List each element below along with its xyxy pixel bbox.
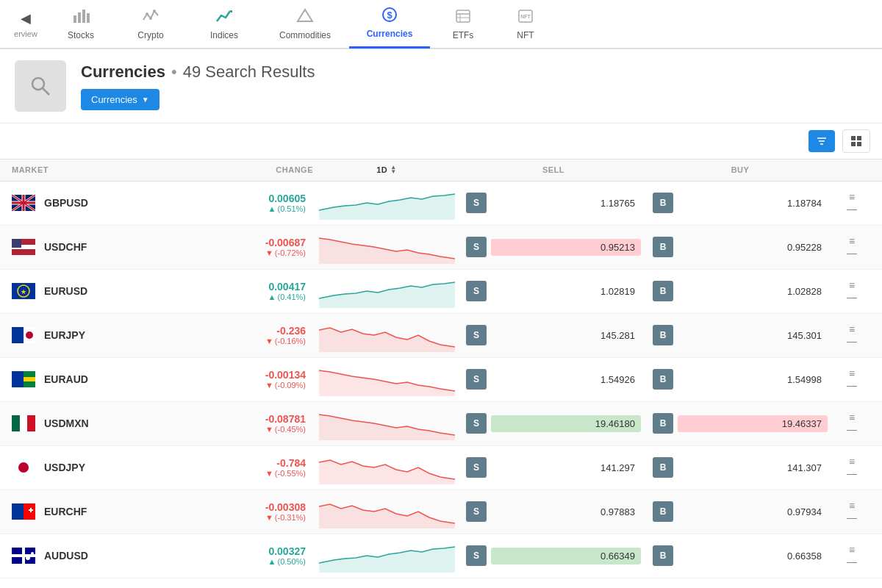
nav-item-stocks[interactable]: Stocks — [48, 0, 114, 49]
buy-price-usdchf: 0.95228 — [678, 239, 828, 256]
nav-back[interactable]: ◀ erview — [4, 0, 48, 49]
change-pct-eurjpy: ▼(-0.16%) — [265, 337, 306, 345]
market-cell: USDCHF — [12, 238, 173, 256]
market-name-usdjpy: USDJPY — [44, 462, 85, 473]
nav-item-indices[interactable]: Indices — [187, 0, 261, 49]
sell-btn-euraud[interactable]: S — [466, 369, 487, 390]
sell-btn-gbpusd[interactable]: S — [466, 193, 487, 213]
col-1d[interactable]: 1D ▲▼ — [313, 165, 460, 175]
table-row: ★ EURUSD 0.00417 ▲(0.41%) S 1.02819 B 1.… — [0, 270, 882, 314]
table-row: USDCHF -0.00687 ▼(-0.72%) S 0.95213 B 0.… — [0, 226, 882, 270]
sell-cell-eurjpy: S 145.281 — [460, 325, 647, 345]
nft-icon: NFT — [517, 8, 534, 28]
chart-cell-usdchf — [313, 231, 460, 264]
change-pct-usdmxn: ▼(-0.45%) — [265, 425, 306, 434]
row-menu-btn-usdmxn[interactable]: ≡— — [847, 412, 857, 435]
search-box[interactable] — [15, 60, 66, 112]
change-cell-usdjpy: -0.784 ▼(-0.55%) — [173, 457, 313, 478]
sell-price-audusd: 0.66349 — [491, 548, 641, 564]
sell-btn-eurchf[interactable]: S — [466, 501, 487, 522]
sell-btn-usdchf[interactable]: S — [466, 237, 487, 257]
svg-point-49 — [26, 331, 33, 339]
buy-btn-euraud[interactable]: B — [653, 369, 673, 390]
buy-cell-usdmxn: B 19.46337 — [647, 413, 833, 434]
buy-btn-eurusd[interactable]: B — [653, 281, 673, 301]
market-name-eurjpy: EURJPY — [44, 329, 85, 341]
svg-rect-41 — [12, 239, 21, 248]
nav-item-currencies[interactable]: $ Currencies — [349, 0, 430, 49]
table-row: EURAUD -0.00134 ▼(-0.09%) S 1.54926 B 1.… — [0, 358, 882, 402]
stocks-icon — [72, 8, 90, 28]
table-row: EURCHF -0.00308 ▼(-0.31%) S 0.97883 B 0.… — [0, 490, 882, 534]
row-menu-btn-audusd[interactable]: ≡— — [847, 544, 857, 567]
sell-cell-gbpusd: S 1.18765 — [460, 193, 647, 213]
change-value-usdmxn: -0.08781 — [265, 413, 306, 425]
change-cell-usdchf: -0.00687 ▼(-0.72%) — [173, 237, 313, 257]
market-cell: EURJPY — [12, 326, 173, 344]
chart-cell-eurjpy — [313, 319, 460, 352]
sell-btn-usdmxn[interactable]: S — [466, 413, 487, 434]
svg-point-4 — [146, 12, 148, 15]
row-menu-btn-usdchf[interactable]: ≡— — [847, 235, 857, 259]
grid-icon — [850, 135, 862, 147]
sell-btn-eurjpy[interactable]: S — [466, 325, 487, 345]
chart-cell-eurusd — [313, 275, 460, 308]
svg-rect-2 — [82, 10, 85, 23]
row-menu-btn-gbpusd[interactable]: ≡— — [847, 191, 857, 215]
change-pct-usdchf: ▼(-0.72%) — [265, 248, 306, 257]
buy-cell-usdjpy: B 141.307 — [647, 457, 833, 478]
svg-rect-55 — [12, 415, 20, 431]
market-name-eurusd: EURUSD — [44, 285, 87, 297]
change-pct-gbpusd: ▲(0.51%) — [268, 204, 306, 213]
buy-btn-eurchf[interactable]: B — [653, 501, 673, 522]
sell-btn-eurusd[interactable]: S — [466, 281, 487, 301]
row-menu-btn-euraud[interactable]: ≡— — [847, 368, 857, 391]
grid-view-btn[interactable] — [842, 129, 870, 153]
filter-dropdown-btn[interactable]: Currencies ▼ — [81, 89, 159, 110]
filter-icon-btn[interactable] — [808, 130, 835, 152]
buy-price-audusd: 0.66358 — [678, 548, 828, 564]
row-menu-btn-eurusd[interactable]: ≡— — [847, 279, 857, 303]
nav-item-commodities[interactable]: Commodities — [261, 0, 349, 49]
sell-cell-eurusd: S 1.02819 — [460, 281, 647, 301]
change-cell-eurusd: 0.00417 ▲(0.41%) — [173, 281, 313, 301]
change-value-usdjpy: -0.784 — [276, 457, 306, 469]
menu-cell-eurjpy: ≡— — [833, 323, 870, 347]
svg-rect-22 — [857, 136, 861, 140]
buy-btn-gbpusd[interactable]: B — [653, 193, 673, 213]
row-menu-btn-eurchf[interactable]: ≡— — [847, 500, 857, 523]
market-cell: USDMXN — [12, 415, 173, 432]
sell-btn-usdjpy[interactable]: S — [466, 457, 487, 478]
svg-rect-51 — [12, 371, 24, 387]
buy-btn-eurjpy[interactable]: B — [653, 325, 673, 345]
crypto-icon — [142, 8, 159, 28]
col-sell: SELL — [460, 165, 647, 174]
change-cell-euraud: -0.00134 ▼(-0.09%) — [173, 369, 313, 390]
flag-usdchf — [12, 238, 37, 256]
sell-btn-audusd[interactable]: S — [466, 545, 487, 566]
change-pct-usdjpy: ▼(-0.55%) — [265, 469, 306, 478]
buy-btn-usdmxn[interactable]: B — [653, 413, 673, 434]
svg-rect-62 — [12, 503, 24, 520]
buy-cell-usdchf: B 0.95228 — [647, 237, 833, 257]
sell-cell-euraud: S 1.54926 — [460, 369, 647, 390]
change-value-audusd: 0.00327 — [268, 545, 306, 557]
row-menu-btn-usdjpy[interactable]: ≡— — [847, 456, 857, 479]
result-separator: • — [171, 62, 177, 82]
market-cell: EURCHF — [12, 503, 173, 520]
nav-item-etfs[interactable]: ETFs — [430, 0, 496, 49]
buy-btn-usdchf[interactable]: B — [653, 237, 673, 257]
row-menu-btn-eurjpy[interactable]: ≡— — [847, 323, 857, 347]
menu-cell-gbpusd: ≡— — [833, 191, 870, 215]
nav-item-crypto[interactable]: Crypto — [114, 0, 187, 49]
buy-cell-eurjpy: B 145.301 — [647, 325, 833, 345]
chart-cell-usdjpy — [313, 451, 460, 484]
flag-eurchf — [12, 503, 37, 520]
buy-btn-audusd[interactable]: B — [653, 545, 673, 566]
sort-arrows: ▲▼ — [390, 165, 396, 175]
menu-cell-euraud: ≡— — [833, 368, 870, 391]
buy-btn-usdjpy[interactable]: B — [653, 457, 673, 478]
market-cell: AUDUSD — [12, 547, 173, 564]
nav-item-nft[interactable]: NFT NFT — [496, 0, 555, 49]
buy-price-eurjpy: 145.301 — [678, 327, 828, 344]
